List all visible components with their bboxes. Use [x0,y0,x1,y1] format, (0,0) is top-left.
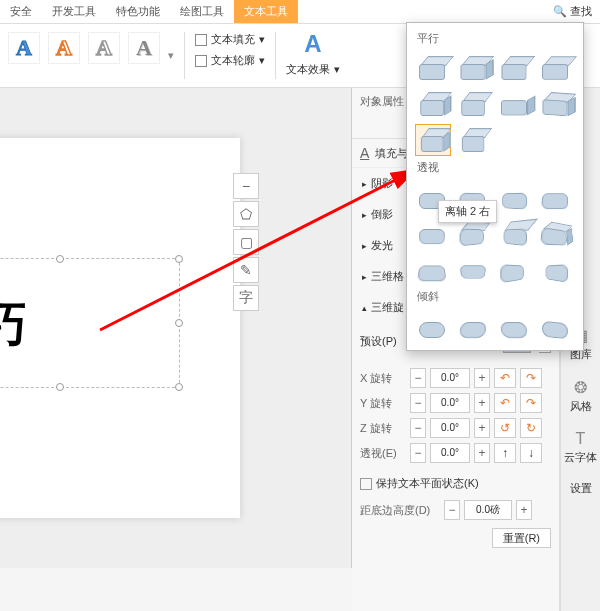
x-inc-button[interactable]: + [474,368,490,388]
preset-parallel-7[interactable] [497,88,533,120]
text-a-icon: A [360,145,369,161]
expand-icon: ▸ [362,179,367,189]
persp-down-button[interactable]: ↓ [520,443,542,463]
preset-parallel-1[interactable] [415,52,451,84]
z-rotate-left-button[interactable]: ↺ [494,418,516,438]
preset-oblique-3[interactable] [497,310,533,342]
preset-persp-11[interactable] [497,253,533,285]
z-rotation-value[interactable]: 0.0° [430,418,470,438]
tab-security[interactable]: 安全 [0,0,42,23]
cloud-font-button[interactable]: T云字体 [563,422,599,473]
z-rotation-label: Z 旋转 [360,421,406,436]
checkbox-icon [360,478,372,490]
preset-parallel-8[interactable] [538,88,574,120]
dist-inc-button[interactable]: + [516,500,532,520]
reset-button[interactable]: 重置(R) [492,528,551,548]
preset-group-perspective: 透视 [413,158,577,179]
preset-persp-7[interactable] [497,217,533,249]
resize-handle-s[interactable] [56,383,64,391]
expand-icon: ▸ [362,272,367,282]
rotation-preset-popup: 平行 透视 倾斜 [406,22,584,351]
preset-persp-12[interactable] [538,253,574,285]
y-rotate-left-button[interactable]: ↶ [494,393,516,413]
perspective-label: 透视(E) [360,446,406,461]
distance-value[interactable]: 0.0磅 [464,500,512,520]
search-box[interactable]: 🔍 查找 [545,0,600,23]
wordart-style-3[interactable]: A [88,32,120,64]
preset-parallel-3[interactable] [497,52,533,84]
preset-persp-8[interactable] [538,217,574,249]
wordart-more-dropdown[interactable]: ▾ [164,28,178,83]
x-rotate-right-button[interactable]: ↷ [520,368,542,388]
text-fill-button[interactable]: 文本填充▾ [193,30,267,49]
tab-bar: 安全 开发工具 特色功能 绘图工具 文本工具 🔍 查找 [0,0,600,24]
perspective-value[interactable]: 0.0° [430,443,470,463]
y-rotation-value[interactable]: 0.0° [430,393,470,413]
tab-devtools[interactable]: 开发工具 [42,0,106,23]
preset-parallel-4[interactable] [538,52,574,84]
z-rotate-right-button[interactable]: ↻ [520,418,542,438]
settings-button[interactable]: 设置 [563,473,599,504]
resize-handle-n[interactable] [56,255,64,263]
persp-up-button[interactable]: ↑ [494,443,516,463]
z-dec-button[interactable]: − [410,418,426,438]
x-dec-button[interactable]: − [410,368,426,388]
y-rotate-right-button[interactable]: ↷ [520,393,542,413]
tab-text-tools[interactable]: 文本工具 [234,0,298,23]
persp-dec-button[interactable]: − [410,443,426,463]
shape-tool-button[interactable]: ⬠ [233,201,259,227]
fill-icon [195,34,207,46]
resize-handle-e[interactable] [175,319,183,327]
frame-tool-button[interactable]: ▢ [233,229,259,255]
preset-persp-4[interactable] [538,181,574,213]
expand-icon: ▸ [362,210,367,220]
search-label: 查找 [570,4,592,19]
wordart-style-1[interactable]: A [8,32,40,64]
preset-group-parallel: 平行 [413,29,577,50]
wordart-style-2[interactable]: A [48,32,80,64]
textbox-content[interactable]: 技巧 [0,293,27,357]
preset-parallel-6[interactable] [456,88,492,120]
preset-parallel-5[interactable] [415,88,451,120]
slide-canvas[interactable]: 技巧 [0,138,240,518]
pen-tool-button[interactable]: ✎ [233,257,259,283]
resize-handle-se[interactable] [175,383,183,391]
preset-off-axis-2-right[interactable] [415,124,451,156]
style-button[interactable]: ❂风格 [563,370,599,422]
preset-oblique-4[interactable] [538,310,574,342]
floating-toolbar: − ⬠ ▢ ✎ 字 [233,173,261,311]
tab-features[interactable]: 特色功能 [106,0,170,23]
collapse-tool-button[interactable]: − [233,173,259,199]
text-effect-button[interactable]: 文本效果▾ [284,60,342,79]
z-inc-button[interactable]: + [474,418,490,438]
y-inc-button[interactable]: + [474,393,490,413]
keep-text-flat-checkbox[interactable]: 保持文本平面状态(K) [352,472,559,495]
dist-dec-button[interactable]: − [444,500,460,520]
preset-oblique-2[interactable] [456,310,492,342]
outline-icon [195,55,207,67]
separator [275,32,276,79]
text-outline-button[interactable]: 文本轮廓▾ [193,51,267,70]
separator [184,32,185,79]
preset-persp-10[interactable] [456,253,492,285]
text-effect-icon: A [296,30,329,58]
preset-parallel-2[interactable] [456,52,492,84]
preset-persp-9[interactable] [415,253,451,285]
preset-label: 预设(P) [360,334,397,349]
preset-parallel-10[interactable] [456,124,492,156]
wordart-style-4[interactable]: A [128,32,160,64]
preset-persp-3[interactable] [497,181,533,213]
preset-group-oblique: 倾斜 [413,287,577,308]
x-rotate-left-button[interactable]: ↶ [494,368,516,388]
x-rotation-value[interactable]: 0.0° [430,368,470,388]
persp-inc-button[interactable]: + [474,443,490,463]
y-dec-button[interactable]: − [410,393,426,413]
font-icon: T [576,430,586,448]
text-tool-button[interactable]: 字 [233,285,259,311]
style-icon: ❂ [574,378,587,397]
resize-handle-ne[interactable] [175,255,183,263]
selected-textbox[interactable]: 技巧 [0,258,180,388]
preset-oblique-1[interactable] [415,310,451,342]
expand-icon: ▸ [362,241,367,251]
tab-drawing[interactable]: 绘图工具 [170,0,234,23]
